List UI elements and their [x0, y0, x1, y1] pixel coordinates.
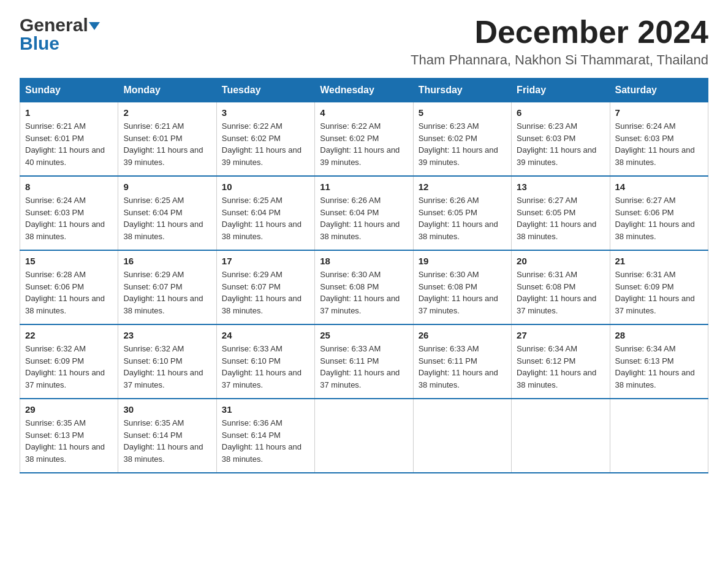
- logo-line1: General: [20, 15, 100, 36]
- calendar-cell: 23Sunrise: 6:32 AMSunset: 6:10 PMDayligh…: [118, 324, 216, 399]
- week-row-5: 29Sunrise: 6:35 AMSunset: 6:13 PMDayligh…: [20, 399, 708, 473]
- day-number: 31: [222, 404, 309, 415]
- day-number: 4: [320, 107, 408, 118]
- calendar-cell: 19Sunrise: 6:30 AMSunset: 6:08 PMDayligh…: [413, 250, 511, 324]
- calendar-cell: 15Sunrise: 6:28 AMSunset: 6:06 PMDayligh…: [20, 250, 118, 324]
- calendar-cell: 26Sunrise: 6:33 AMSunset: 6:11 PMDayligh…: [413, 324, 511, 399]
- day-info: Sunrise: 6:21 AMSunset: 6:01 PMDaylight:…: [123, 120, 211, 168]
- day-info: Sunrise: 6:35 AMSunset: 6:14 PMDaylight:…: [123, 417, 211, 465]
- day-number: 6: [517, 107, 604, 118]
- calendar-cell: 3Sunrise: 6:22 AMSunset: 6:02 PMDaylight…: [216, 102, 314, 177]
- week-row-3: 15Sunrise: 6:28 AMSunset: 6:06 PMDayligh…: [20, 250, 708, 324]
- day-number: 8: [25, 182, 113, 192]
- calendar-cell: 28Sunrise: 6:34 AMSunset: 6:13 PMDayligh…: [610, 324, 708, 399]
- calendar-cell: [315, 399, 413, 473]
- day-number: 16: [123, 256, 211, 266]
- day-info: Sunrise: 6:32 AMSunset: 6:10 PMDaylight:…: [123, 343, 211, 391]
- day-number: 28: [615, 330, 703, 340]
- month-title: December 2024: [411, 15, 708, 50]
- day-number: 3: [222, 107, 309, 118]
- day-info: Sunrise: 6:34 AMSunset: 6:13 PMDaylight:…: [615, 343, 703, 391]
- day-info: Sunrise: 6:32 AMSunset: 6:09 PMDaylight:…: [25, 343, 113, 391]
- calendar-cell: 18Sunrise: 6:30 AMSunset: 6:08 PMDayligh…: [315, 250, 413, 324]
- day-info: Sunrise: 6:21 AMSunset: 6:01 PMDaylight:…: [25, 120, 113, 168]
- location-title: Tham Phannara, Nakhon Si Thammarat, Thai…: [411, 52, 708, 68]
- calendar-cell: [610, 399, 708, 473]
- day-info: Sunrise: 6:30 AMSunset: 6:08 PMDaylight:…: [419, 269, 506, 316]
- day-number: 22: [25, 330, 113, 340]
- calendar-cell: 20Sunrise: 6:31 AMSunset: 6:08 PMDayligh…: [512, 250, 610, 324]
- day-header-wednesday: Wednesday: [315, 79, 413, 102]
- calendar-cell: 10Sunrise: 6:25 AMSunset: 6:04 PMDayligh…: [216, 176, 314, 250]
- day-info: Sunrise: 6:23 AMSunset: 6:03 PMDaylight:…: [517, 120, 604, 168]
- day-info: Sunrise: 6:25 AMSunset: 6:04 PMDaylight:…: [123, 194, 211, 242]
- calendar-cell: 6Sunrise: 6:23 AMSunset: 6:03 PMDaylight…: [512, 102, 610, 177]
- day-info: Sunrise: 6:27 AMSunset: 6:05 PMDaylight:…: [517, 194, 604, 242]
- day-info: Sunrise: 6:34 AMSunset: 6:12 PMDaylight:…: [517, 343, 604, 391]
- calendar-cell: 2Sunrise: 6:21 AMSunset: 6:01 PMDaylight…: [118, 102, 216, 177]
- calendar-cell: 8Sunrise: 6:24 AMSunset: 6:03 PMDaylight…: [20, 176, 118, 250]
- calendar-cell: 12Sunrise: 6:26 AMSunset: 6:05 PMDayligh…: [413, 176, 511, 250]
- day-info: Sunrise: 6:31 AMSunset: 6:09 PMDaylight:…: [615, 269, 703, 316]
- calendar-cell: [413, 399, 511, 473]
- day-number: 29: [25, 404, 113, 415]
- week-row-2: 8Sunrise: 6:24 AMSunset: 6:03 PMDaylight…: [20, 176, 708, 250]
- calendar-cell: 31Sunrise: 6:36 AMSunset: 6:14 PMDayligh…: [216, 399, 314, 473]
- day-number: 20: [517, 256, 604, 266]
- page-header: General Blue December 2024 Tham Phannara…: [20, 15, 708, 68]
- day-info: Sunrise: 6:33 AMSunset: 6:11 PMDaylight:…: [419, 343, 506, 391]
- day-number: 1: [25, 107, 113, 118]
- day-number: 2: [123, 107, 211, 118]
- day-info: Sunrise: 6:28 AMSunset: 6:06 PMDaylight:…: [25, 269, 113, 316]
- day-header-tuesday: Tuesday: [216, 79, 314, 102]
- calendar-cell: 5Sunrise: 6:23 AMSunset: 6:02 PMDaylight…: [413, 102, 511, 177]
- calendar-header-row: SundayMondayTuesdayWednesdayThursdayFrid…: [20, 79, 708, 102]
- calendar-cell: 14Sunrise: 6:27 AMSunset: 6:06 PMDayligh…: [610, 176, 708, 250]
- day-number: 15: [25, 256, 113, 266]
- calendar-table: SundayMondayTuesdayWednesdayThursdayFrid…: [20, 78, 708, 473]
- calendar-cell: 29Sunrise: 6:35 AMSunset: 6:13 PMDayligh…: [20, 399, 118, 473]
- calendar-cell: 11Sunrise: 6:26 AMSunset: 6:04 PMDayligh…: [315, 176, 413, 250]
- logo-general-text: General: [20, 15, 88, 36]
- day-number: 5: [419, 107, 506, 118]
- day-info: Sunrise: 6:26 AMSunset: 6:04 PMDaylight:…: [320, 194, 408, 242]
- day-info: Sunrise: 6:24 AMSunset: 6:03 PMDaylight:…: [25, 194, 113, 242]
- day-header-sunday: Sunday: [20, 79, 118, 102]
- day-header-saturday: Saturday: [610, 79, 708, 102]
- calendar-cell: 13Sunrise: 6:27 AMSunset: 6:05 PMDayligh…: [512, 176, 610, 250]
- day-number: 19: [419, 256, 506, 266]
- calendar-cell: 22Sunrise: 6:32 AMSunset: 6:09 PMDayligh…: [20, 324, 118, 399]
- day-info: Sunrise: 6:23 AMSunset: 6:02 PMDaylight:…: [419, 120, 506, 168]
- calendar-cell: [512, 399, 610, 473]
- day-number: 10: [222, 182, 309, 192]
- day-header-monday: Monday: [118, 79, 216, 102]
- day-info: Sunrise: 6:27 AMSunset: 6:06 PMDaylight:…: [615, 194, 703, 242]
- day-number: 11: [320, 182, 408, 192]
- day-info: Sunrise: 6:22 AMSunset: 6:02 PMDaylight:…: [320, 120, 408, 168]
- day-number: 13: [517, 182, 604, 192]
- calendar-cell: 4Sunrise: 6:22 AMSunset: 6:02 PMDaylight…: [315, 102, 413, 177]
- day-info: Sunrise: 6:22 AMSunset: 6:02 PMDaylight:…: [222, 120, 309, 168]
- day-number: 23: [123, 330, 211, 340]
- day-info: Sunrise: 6:35 AMSunset: 6:13 PMDaylight:…: [25, 417, 113, 465]
- week-row-1: 1Sunrise: 6:21 AMSunset: 6:01 PMDaylight…: [20, 102, 708, 177]
- title-block: December 2024 Tham Phannara, Nakhon Si T…: [411, 15, 708, 68]
- day-header-friday: Friday: [512, 79, 610, 102]
- calendar-cell: 21Sunrise: 6:31 AMSunset: 6:09 PMDayligh…: [610, 250, 708, 324]
- calendar-cell: 16Sunrise: 6:29 AMSunset: 6:07 PMDayligh…: [118, 250, 216, 324]
- day-info: Sunrise: 6:36 AMSunset: 6:14 PMDaylight:…: [222, 417, 309, 465]
- calendar-cell: 1Sunrise: 6:21 AMSunset: 6:01 PMDaylight…: [20, 102, 118, 177]
- day-info: Sunrise: 6:31 AMSunset: 6:08 PMDaylight:…: [517, 269, 604, 316]
- calendar-cell: 7Sunrise: 6:24 AMSunset: 6:03 PMDaylight…: [610, 102, 708, 177]
- day-info: Sunrise: 6:30 AMSunset: 6:08 PMDaylight:…: [320, 269, 408, 316]
- day-number: 7: [615, 107, 703, 118]
- day-number: 12: [419, 182, 506, 192]
- calendar-cell: 9Sunrise: 6:25 AMSunset: 6:04 PMDaylight…: [118, 176, 216, 250]
- day-number: 17: [222, 256, 309, 266]
- day-header-thursday: Thursday: [413, 79, 511, 102]
- day-number: 27: [517, 330, 604, 340]
- logo: General Blue: [20, 15, 100, 54]
- day-number: 25: [320, 330, 408, 340]
- logo-arrow-icon: [89, 22, 100, 30]
- day-number: 14: [615, 182, 703, 192]
